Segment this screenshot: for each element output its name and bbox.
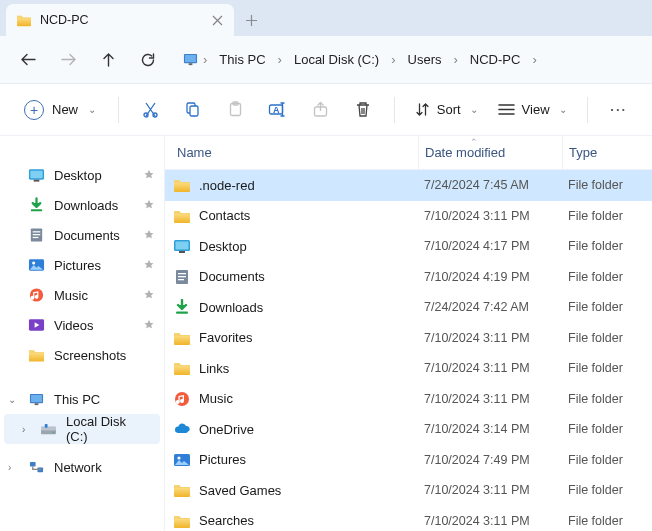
sidebar-local-disk[interactable]: › Local Disk (C:) <box>4 414 160 444</box>
more-button[interactable]: ··· <box>599 90 637 130</box>
file-date: 7/10/2024 4:17 PM <box>418 239 562 253</box>
chevron-right-icon[interactable]: › <box>451 52 459 67</box>
sidebar-item-downloads[interactable]: Downloads <box>0 190 164 220</box>
file-date: 7/10/2024 4:19 PM <box>418 270 562 284</box>
rename-button[interactable]: A <box>258 90 296 130</box>
chevron-right-icon[interactable]: › <box>8 462 11 473</box>
tab-bar: NCD-PC <box>0 0 652 36</box>
file-name: Contacts <box>199 208 250 223</box>
tab-active[interactable]: NCD-PC <box>6 4 234 36</box>
folder-icon <box>173 208 191 224</box>
breadcrumb-seg[interactable]: Users <box>400 46 450 73</box>
file-row[interactable]: Links7/10/2024 3:11 PMFile folder <box>165 353 652 384</box>
file-name: Desktop <box>199 239 247 254</box>
paste-button[interactable] <box>216 90 254 130</box>
copy-button[interactable] <box>173 90 211 130</box>
file-row[interactable]: Documents7/10/2024 4:19 PMFile folder <box>165 262 652 293</box>
chevron-down-icon[interactable]: ⌄ <box>8 394 16 405</box>
chevron-down-icon: ⌄ <box>470 104 478 115</box>
breadcrumb-seg[interactable]: Local Disk (C:) <box>286 46 387 73</box>
chevron-right-icon[interactable]: › <box>276 52 284 67</box>
cut-button[interactable] <box>131 90 169 130</box>
pin-icon <box>144 320 154 330</box>
new-tab-button[interactable] <box>234 4 268 36</box>
sidebar-item-label: This PC <box>54 392 100 407</box>
chevron-right-icon[interactable]: › <box>530 52 538 67</box>
file-type: File folder <box>562 300 652 314</box>
chevron-right-icon[interactable]: › <box>201 52 209 67</box>
file-type: File folder <box>562 361 652 375</box>
tab-title: NCD-PC <box>40 13 202 27</box>
file-date: 7/10/2024 3:11 PM <box>418 514 562 528</box>
refresh-button[interactable] <box>128 40 168 80</box>
column-name-header[interactable]: Name <box>165 145 418 160</box>
desktop-icon <box>28 167 45 183</box>
pin-icon <box>144 170 154 180</box>
file-name: Links <box>199 361 229 376</box>
sidebar-item-pictures[interactable]: Pictures <box>0 250 164 280</box>
monitor-icon <box>182 52 199 68</box>
file-row[interactable]: .node-red7/24/2024 7:45 AMFile folder <box>165 170 652 201</box>
column-type-header[interactable]: Type <box>562 136 652 169</box>
plus-circle-icon: + <box>24 100 44 120</box>
column-headers: ⌃ Name Date modified Type <box>165 136 652 170</box>
file-row[interactable]: Favorites7/10/2024 3:11 PMFile folder <box>165 323 652 354</box>
sidebar-this-pc[interactable]: ⌄ This PC <box>0 384 164 414</box>
sort-label: Sort <box>437 102 461 117</box>
close-icon[interactable] <box>210 13 224 27</box>
new-button[interactable]: + New ⌄ <box>14 94 106 126</box>
download-icon <box>173 299 191 315</box>
forward-button[interactable] <box>48 40 88 80</box>
sidebar-item-label: Pictures <box>54 258 101 273</box>
new-label: New <box>52 102 78 117</box>
download-icon <box>28 197 45 213</box>
file-name: Saved Games <box>199 483 281 498</box>
sidebar-item-documents[interactable]: Documents <box>0 220 164 250</box>
sidebar-item-label: Network <box>54 460 102 475</box>
sidebar-item-label: Downloads <box>54 198 118 213</box>
file-row[interactable]: Saved Games7/10/2024 3:11 PMFile folder <box>165 475 652 506</box>
sidebar-item-label: Videos <box>54 318 94 333</box>
file-name: Downloads <box>199 300 263 315</box>
file-row[interactable]: Pictures7/10/2024 7:49 PMFile folder <box>165 445 652 476</box>
file-row[interactable]: Searches7/10/2024 3:11 PMFile folder <box>165 506 652 532</box>
sidebar-item-screenshots[interactable]: Screenshots <box>0 340 164 370</box>
breadcrumb-seg[interactable]: This PC <box>211 46 273 73</box>
pictures-icon <box>173 452 191 468</box>
back-button[interactable] <box>8 40 48 80</box>
sidebar-item-music[interactable]: Music <box>0 280 164 310</box>
chevron-right-icon[interactable]: › <box>389 52 397 67</box>
chevron-right-icon[interactable]: › <box>22 424 25 435</box>
separator <box>587 97 588 123</box>
breadcrumb-seg[interactable]: NCD-PC <box>462 46 529 73</box>
nav-bar: › This PC › Local Disk (C:) › Users › NC… <box>0 36 652 84</box>
up-button[interactable] <box>88 40 128 80</box>
file-type: File folder <box>562 453 652 467</box>
file-type: File folder <box>562 514 652 528</box>
sidebar-item-desktop[interactable]: Desktop <box>0 160 164 190</box>
sidebar-item-videos[interactable]: Videos <box>0 310 164 340</box>
sort-button[interactable]: Sort ⌄ <box>407 96 486 123</box>
share-button[interactable] <box>301 90 339 130</box>
document-icon <box>28 227 45 243</box>
delete-button[interactable] <box>343 90 381 130</box>
file-date: 7/10/2024 3:11 PM <box>418 361 562 375</box>
column-date-header[interactable]: Date modified <box>418 136 562 169</box>
file-row[interactable]: Contacts7/10/2024 3:11 PMFile folder <box>165 201 652 232</box>
file-date: 7/10/2024 3:11 PM <box>418 392 562 406</box>
file-name: Music <box>199 391 233 406</box>
view-button[interactable]: View ⌄ <box>490 96 575 123</box>
folder-icon <box>173 513 191 529</box>
file-type: File folder <box>562 392 652 406</box>
pin-icon <box>144 230 154 240</box>
file-date: 7/10/2024 3:14 PM <box>418 422 562 436</box>
file-row[interactable]: Music7/10/2024 3:11 PMFile folder <box>165 384 652 415</box>
file-type: File folder <box>562 209 652 223</box>
file-row[interactable]: Desktop7/10/2024 4:17 PMFile folder <box>165 231 652 262</box>
sidebar-item-label: Documents <box>54 228 120 243</box>
file-type: File folder <box>562 178 652 192</box>
file-row[interactable]: Downloads7/24/2024 7:42 AMFile folder <box>165 292 652 323</box>
file-row[interactable]: OneDrive7/10/2024 3:14 PMFile folder <box>165 414 652 445</box>
file-name: .node-red <box>199 178 255 193</box>
sidebar-network[interactable]: › Network <box>0 452 164 482</box>
